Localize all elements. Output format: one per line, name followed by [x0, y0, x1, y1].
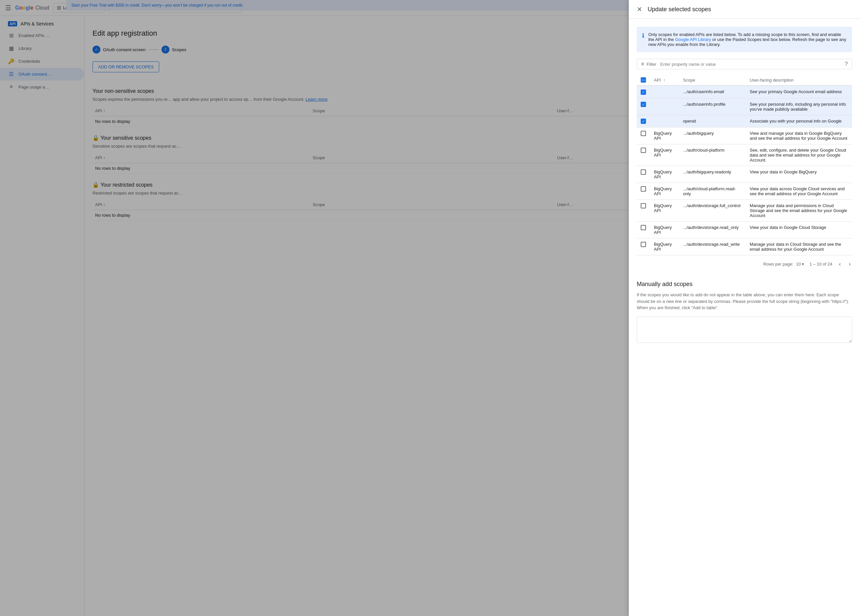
pagination-next-button[interactable]: › [847, 259, 852, 269]
row-scope: .../auth/userinfo.profile [679, 98, 746, 115]
row-checkbox-cell: ✓ [637, 115, 650, 127]
filter-label: Filter [647, 62, 656, 67]
row-description: View and manage your data in Google BigQ… [746, 127, 852, 145]
row-checkbox[interactable] [641, 203, 646, 208]
dialog-header: ✕ Update selected scopes [629, 0, 860, 19]
rows-per-page: Rows per page: 10 ▾ [763, 262, 804, 267]
manual-add-scopes-section: Manually add scopes If the scopes you wo… [637, 281, 852, 344]
row-scope: .../auth/cloud-platform [679, 145, 746, 166]
row-description: View your data in Google BigQuery [746, 166, 852, 183]
row-api: BigQuery API [650, 239, 679, 255]
row-checkbox-cell [637, 200, 650, 222]
row-scope: .../auth/bigquery.readonly [679, 166, 746, 183]
row-api [650, 98, 679, 115]
dialog-body: ℹ Only scopes for enabled APIs are liste… [629, 19, 860, 616]
table-row: BigQuery API.../auth/devstorage.read_onl… [637, 222, 852, 239]
row-checkbox-cell: ✓ [637, 98, 650, 115]
row-api: BigQuery API [650, 145, 679, 166]
row-checkbox-cell [637, 145, 650, 166]
table-row: ✓openidAssociate you with your personal … [637, 115, 852, 127]
row-checkbox[interactable] [641, 131, 646, 136]
col-scope-header: Scope [679, 75, 746, 86]
rows-per-page-value: 10 ▾ [796, 262, 804, 267]
row-checkbox[interactable] [641, 148, 646, 153]
table-row: BigQuery API.../auth/bigqueryView and ma… [637, 127, 852, 145]
pagination: Rows per page: 10 ▾ 1 – 10 of 24 ‹ › [637, 255, 852, 273]
table-row: ✓.../auth/userinfo.emailSee your primary… [637, 86, 852, 98]
table-row: BigQuery API.../auth/devstorage.read_wri… [637, 239, 852, 255]
col-api-header[interactable]: API ↑ [650, 75, 679, 86]
manual-scopes-textarea[interactable] [637, 316, 852, 343]
row-api: BigQuery API [650, 127, 679, 145]
row-description: View your data in Google Cloud Storage [746, 222, 852, 239]
row-checkbox[interactable]: ✓ [641, 90, 646, 95]
row-checkbox-cell [637, 127, 650, 145]
manual-desc: If the scopes you would like to add do n… [637, 292, 852, 311]
info-icon: ℹ [642, 32, 644, 47]
row-api: BigQuery API [650, 183, 679, 200]
row-scope: .../auth/devstorage.full_control [679, 200, 746, 222]
row-api: BigQuery API [650, 200, 679, 222]
row-api [650, 115, 679, 127]
row-checkbox-cell [637, 239, 650, 255]
row-checkbox[interactable] [641, 242, 646, 247]
row-api [650, 86, 679, 98]
table-row: BigQuery API.../auth/devstorage.full_con… [637, 200, 852, 222]
row-checkbox-cell [637, 222, 650, 239]
filter-input[interactable] [660, 62, 842, 67]
row-checkbox[interactable]: ✓ [641, 119, 646, 124]
row-checkbox-cell [637, 166, 650, 183]
row-checkbox-cell: ✓ [637, 86, 650, 98]
table-row: BigQuery API.../auth/bigquery.readonlyVi… [637, 166, 852, 183]
row-scope: openid [679, 115, 746, 127]
row-description: View your data across Google Cloud servi… [746, 183, 852, 200]
help-icon[interactable]: ? [845, 61, 848, 67]
row-scope: .../auth/bigquery [679, 127, 746, 145]
row-scope: .../auth/devstorage.read_only [679, 222, 746, 239]
row-scope: .../auth/userinfo.email [679, 86, 746, 98]
select-all-checkbox[interactable]: — [641, 77, 646, 83]
row-scope: .../auth/cloud-platform.read-only [679, 183, 746, 200]
row-checkbox[interactable] [641, 170, 646, 175]
table-header-row: — API ↑ Scope User-facing description [637, 75, 852, 86]
close-icon[interactable]: ✕ [637, 5, 642, 13]
row-description: See your personal info, including any pe… [746, 98, 852, 115]
row-scope: .../auth/devstorage.read_write [679, 239, 746, 255]
scope-list-table: — API ↑ Scope User-facing description ✓.… [637, 75, 852, 255]
table-row: ✓.../auth/userinfo.profileSee your perso… [637, 98, 852, 115]
row-description: Manage your data in Cloud Storage and se… [746, 239, 852, 255]
info-banner: ℹ Only scopes for enabled APIs are liste… [637, 27, 852, 52]
info-text: Only scopes for enabled APIs are listed … [648, 32, 847, 47]
manual-title: Manually add scopes [637, 281, 852, 288]
row-api: BigQuery API [650, 222, 679, 239]
row-checkbox-cell [637, 183, 650, 200]
rows-per-page-label: Rows per page: [763, 262, 793, 267]
col-description-header: User-facing description [746, 75, 852, 86]
col-checkbox: — [637, 75, 650, 86]
pagination-range: 1 – 10 of 24 [810, 262, 832, 267]
row-description: Manage your data and permissions in Clou… [746, 200, 852, 222]
dialog-title: Update selected scopes [648, 6, 711, 13]
row-description: See your primary Google Account email ad… [746, 86, 852, 98]
row-description: Associate you with your personal info on… [746, 115, 852, 127]
filter-bar: ≡ Filter ? [637, 59, 852, 69]
row-checkbox[interactable] [641, 225, 646, 230]
sort-icon: ↑ [664, 78, 665, 83]
table-row: BigQuery API.../auth/cloud-platformSee, … [637, 145, 852, 166]
filter-icon: ≡ [641, 61, 644, 67]
row-api: BigQuery API [650, 166, 679, 183]
dialog: ✕ Update selected scopes ℹ Only scopes f… [629, 0, 860, 616]
table-row: BigQuery API.../auth/cloud-platform.read… [637, 183, 852, 200]
row-description: See, edit, configure, and delete your Go… [746, 145, 852, 166]
row-checkbox[interactable]: ✓ [641, 102, 646, 107]
pagination-prev-button[interactable]: ‹ [838, 259, 842, 269]
row-checkbox[interactable] [641, 186, 646, 192]
google-api-library-link[interactable]: Google API Library [675, 37, 711, 42]
